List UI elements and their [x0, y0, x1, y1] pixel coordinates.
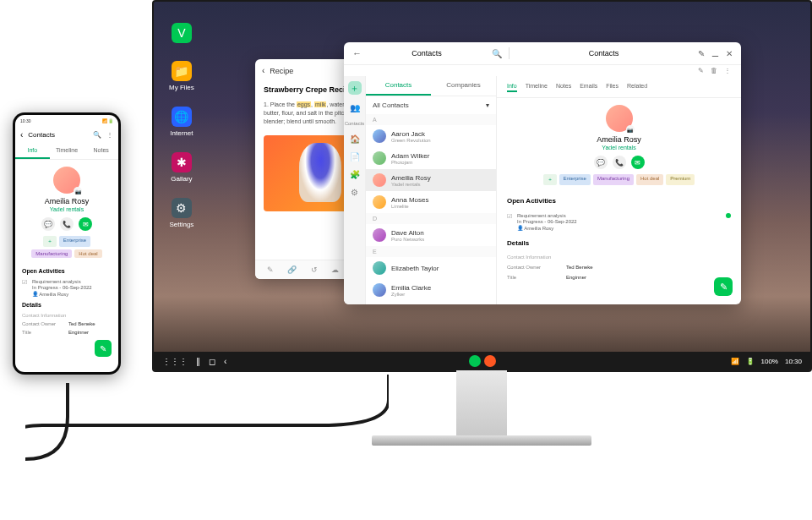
phone-screen: 10:30📶 🔋 ‹ Contacts 🔍 ⋮ Info Timeline No…: [15, 115, 118, 372]
edit-icon[interactable]: ✎: [267, 265, 274, 274]
pause-icon[interactable]: ‖: [196, 357, 200, 366]
contact-row[interactable]: Aaron JackGreen Revolution: [366, 125, 496, 147]
section-a: A: [366, 114, 496, 125]
detail-pane: Info Timeline Notes Emails Files Related…: [497, 76, 741, 304]
desktop-icon-settings[interactable]: ⚙Settings: [169, 198, 194, 228]
profile-avatar[interactable]: 📷: [53, 167, 80, 194]
attach-icon[interactable]: 🔗: [287, 265, 297, 274]
tab-timeline[interactable]: Timeline: [50, 143, 84, 159]
clock[interactable]: 10:30: [785, 358, 802, 365]
section-d: D: [366, 213, 496, 224]
add-button[interactable]: ＋: [348, 81, 362, 95]
wifi-icon[interactable]: 📶: [731, 358, 739, 365]
tag[interactable]: Manufacturing: [31, 249, 72, 258]
contact-row[interactable]: Anna MosesLimelite: [366, 191, 496, 213]
docs-icon[interactable]: 📄: [350, 152, 360, 161]
contact-row[interactable]: Dave AltonPuro Networks: [366, 224, 496, 246]
back-icon[interactable]: ‹: [224, 357, 226, 366]
tab-companies[interactable]: Companies: [431, 76, 496, 96]
kebab-icon[interactable]: ⋮: [106, 131, 113, 139]
detail-row: Contact OwnerTed Beneke: [497, 262, 741, 272]
add-tag-button[interactable]: ＋: [543, 174, 557, 185]
add-tag-button[interactable]: ＋: [43, 236, 57, 247]
delete-icon[interactable]: 🗑: [711, 67, 717, 74]
tab-info[interactable]: Info: [507, 81, 517, 92]
minimize-icon[interactable]: ⚊: [711, 49, 719, 58]
apps-icon[interactable]: ⋮⋮⋮: [162, 357, 188, 366]
compose-fab[interactable]: ✎: [714, 277, 733, 296]
desktop-icon-internet[interactable]: 🌐Internet: [169, 107, 194, 137]
desktop-icon-gallery[interactable]: ✱Gallary: [169, 152, 194, 183]
details-header: Details: [497, 234, 741, 252]
task-icon: ☑: [507, 213, 512, 231]
details-header: Details: [15, 298, 118, 311]
contact-row[interactable]: Emilia ClarkeZylker: [366, 279, 496, 301]
tab-info[interactable]: Info: [15, 143, 50, 159]
contacts-icon[interactable]: 👥: [350, 103, 360, 112]
settings-icon[interactable]: ⚙: [351, 188, 358, 197]
chat-icon[interactable]: 💬: [41, 217, 55, 231]
email-icon[interactable]: ✉: [79, 217, 92, 231]
tab-notes[interactable]: Notes: [84, 143, 118, 159]
back-icon[interactable]: ←: [352, 48, 362, 58]
title-right: Contacts: [516, 49, 691, 57]
edit-icon[interactable]: ✎: [698, 67, 704, 74]
tab-emails[interactable]: Emails: [580, 81, 597, 92]
email-icon[interactable]: ✉: [631, 156, 645, 169]
chat-icon[interactable]: 💬: [594, 156, 608, 169]
profile-company[interactable]: Yadel rentals: [50, 206, 84, 212]
tag[interactable]: Premium: [666, 174, 695, 185]
camera-icon[interactable]: 📷: [626, 125, 635, 134]
tab-files[interactable]: Files: [606, 81, 619, 92]
profile-name: Ameilia Rosy: [45, 197, 90, 205]
tag[interactable]: Hot deal: [74, 249, 101, 258]
compose-fab[interactable]: ✎: [95, 340, 112, 357]
kebab-icon[interactable]: ⋮: [724, 67, 731, 74]
edit-icon[interactable]: ✎: [698, 49, 705, 58]
contact-row[interactable]: Elizabeth Taylor: [366, 257, 496, 279]
profile-name: Ameilia Rosy: [597, 135, 641, 144]
desktop-icon-files[interactable]: 📁My Files: [169, 61, 194, 91]
battery-percent: 100%: [761, 358, 778, 365]
modules-icon[interactable]: 🧩: [350, 170, 360, 179]
title-left: Contacts: [368, 49, 485, 57]
tag[interactable]: Enterprise: [559, 174, 591, 185]
camera-icon[interactable]: 📷: [74, 187, 82, 195]
filter-dropdown[interactable]: All Contacts▾: [366, 96, 496, 114]
phone-device: 10:30📶 🔋 ‹ Contacts 🔍 ⋮ Info Timeline No…: [13, 112, 121, 375]
close-icon[interactable]: ✕: [726, 49, 733, 58]
home-icon[interactable]: 🏠: [350, 134, 360, 144]
status-dot: [726, 213, 731, 218]
tag[interactable]: Manufacturing: [593, 174, 634, 185]
contact-row-selected[interactable]: Ameilia RosyYadel rentals: [366, 169, 496, 191]
usb-cable: [25, 375, 389, 476]
contacts-window[interactable]: ← Contacts 🔍 Contacts ✎ ⚊ ✕ ✎ 🗑 ⋮ ＋ 👥 Co…: [344, 42, 741, 304]
recent-icon[interactable]: ◻: [209, 357, 215, 366]
call-icon[interactable]: 📞: [60, 217, 74, 231]
activity-item[interactable]: ☑ Requirement analysis In Progress - 06-…: [15, 277, 118, 298]
tab-notes[interactable]: Notes: [556, 81, 571, 92]
profile-avatar[interactable]: 📷: [606, 105, 633, 132]
titlebar: ← Contacts 🔍 Contacts ✎ ⚊ ✕: [344, 42, 741, 65]
undo-icon[interactable]: ↺: [311, 265, 318, 274]
back-icon[interactable]: ‹: [20, 130, 23, 140]
back-icon[interactable]: ‹: [262, 66, 264, 75]
call-icon[interactable]: 📞: [613, 156, 626, 169]
profile-company[interactable]: Yadel rentals: [602, 145, 635, 151]
search-icon[interactable]: 🔍: [93, 131, 101, 139]
tag[interactable]: Hot deal: [636, 174, 663, 185]
tab-related[interactable]: Related: [627, 81, 647, 92]
chevron-down-icon: ▾: [486, 101, 489, 109]
taskbar-app-1[interactable]: [469, 355, 481, 367]
open-activities-header: Open Activities: [15, 265, 118, 277]
tag[interactable]: Enterprise: [59, 236, 90, 247]
activity-item[interactable]: ☑ Requirement analysis In Progress - 06-…: [497, 210, 741, 234]
cloud-icon[interactable]: ☁: [331, 265, 339, 274]
tab-contacts[interactable]: Contacts: [366, 76, 431, 96]
tab-timeline[interactable]: Timeline: [526, 81, 548, 92]
desktop-icon-v[interactable]: V: [169, 23, 194, 46]
contact-list-pane: Contacts Companies All Contacts▾ A Aaron…: [366, 76, 497, 304]
taskbar-app-2[interactable]: [484, 355, 496, 367]
search-icon[interactable]: 🔍: [492, 49, 502, 58]
contact-row[interactable]: Adam WilkerPhotojam: [366, 147, 496, 169]
